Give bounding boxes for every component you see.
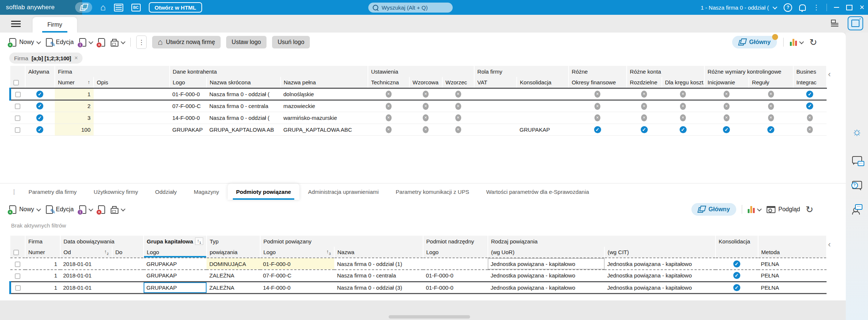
column-header[interactable]: VAT (474, 77, 517, 88)
table-cell[interactable] (112, 258, 144, 270)
table-cell[interactable]: GRUPAKAP (517, 124, 569, 135)
table-cell[interactable] (423, 258, 488, 270)
table-cell[interactable] (517, 88, 569, 100)
print-button[interactable] (111, 205, 125, 214)
column-header[interactable]: Rozdzielne (627, 77, 662, 88)
column-header[interactable]: Integrac (793, 77, 827, 88)
table-cell[interactable]: × (409, 112, 442, 124)
row-checkbox-cell[interactable] (10, 124, 25, 135)
table-cell[interactable]: ✓ (793, 100, 827, 112)
column-header[interactable]: Nazwa skrócona (207, 77, 281, 88)
table-cell[interactable]: GRUPA_KAPTALOWA ABC (281, 124, 368, 135)
column-header[interactable]: (wg UoR) (488, 247, 604, 258)
column-group-header[interactable]: Ustawienia (368, 66, 474, 77)
table-cell[interactable]: Jednostka powiązana - kapitałowo (488, 282, 604, 293)
checkbox[interactable] (13, 80, 19, 85)
table-cell[interactable]: 01-F-000-0 (423, 282, 488, 293)
chevron-down-icon[interactable] (36, 206, 41, 211)
column-group-header[interactable] (758, 236, 827, 247)
column-header[interactable]: Logo (170, 77, 207, 88)
table-cell[interactable]: ✓ (715, 282, 758, 293)
row-checkbox-cell[interactable] (10, 258, 25, 270)
table-row[interactable]: 12018-01-01GRUPAKAPDOMINUJĄCA01-F-000-0N… (10, 258, 827, 270)
table-cell[interactable]: Nasza firma 0 - oddział ( (207, 112, 281, 124)
column-header[interactable]: Numer↑ (55, 77, 94, 88)
chevron-down-icon[interactable] (88, 39, 93, 44)
row-checkbox-cell[interactable] (10, 100, 25, 112)
column-header[interactable]: Opis (94, 77, 170, 88)
more-actions-button[interactable]: ⋮ (136, 36, 147, 49)
column-header[interactable]: Nazwa (334, 247, 423, 258)
company-selector[interactable]: 1 - Nasza firma 0 - oddział ( (701, 4, 777, 11)
table-cell[interactable]: 14-F-000-0 (170, 112, 207, 124)
remove-logo-button[interactable]: Usuń logo (272, 36, 310, 48)
chevron-down-icon[interactable] (757, 206, 762, 211)
set-logo-button[interactable]: Ustaw logo (226, 36, 267, 48)
column-header[interactable]: Reguły (749, 77, 793, 88)
table-cell[interactable] (112, 282, 144, 293)
table-cell[interactable]: mazowieckie (281, 100, 368, 112)
refresh-icon[interactable]: ↻ (806, 205, 814, 214)
table-cell[interactable] (474, 112, 517, 124)
table-cell[interactable] (94, 88, 170, 100)
feedback-button[interactable] (851, 154, 863, 166)
table-cell[interactable]: 01-F-000-0 (170, 88, 207, 100)
help-icon[interactable]: ? (784, 3, 792, 12)
ideas-button[interactable]: ☼ (851, 126, 863, 138)
help-chat-button[interactable] (851, 179, 863, 191)
scroll-left-icon[interactable]: ‹ (828, 240, 831, 249)
column-header[interactable]: Nazwa pełna (281, 77, 368, 88)
table-row[interactable]: 12018-01-01GRUPAKAPZALEŻNA14-F-000-0Nasz… (10, 282, 827, 293)
detail-tab[interactable]: Podmioty powiązane (228, 183, 299, 200)
more-menu-icon[interactable]: ⋮ (813, 4, 820, 11)
table-cell[interactable]: × (569, 112, 627, 124)
table-row[interactable]: ✓314-F-000-0Nasza firma 0 - oddział (war… (10, 112, 827, 124)
row-checkbox-cell[interactable] (10, 270, 25, 282)
table-cell[interactable] (112, 270, 144, 282)
chart-view-button[interactable] (790, 38, 803, 46)
table-cell[interactable]: × (627, 88, 662, 100)
column-group-header[interactable]: Firma (25, 236, 60, 247)
table-cell[interactable]: ✓ (793, 88, 827, 100)
detail-tab[interactable]: Administracja uprawnieniami (299, 183, 387, 200)
scroll-left-icon[interactable]: ‹ (828, 70, 831, 79)
table-cell[interactable] (94, 124, 170, 135)
table-cell[interactable]: ✓ (25, 112, 55, 124)
row-checkbox-cell[interactable] (10, 112, 25, 124)
table-cell[interactable]: × (368, 112, 409, 124)
table-cell[interactable]: GRUPAKAP (144, 258, 207, 270)
column-group-header[interactable]: Podmiot nadrzędny (423, 236, 488, 247)
column-group-header[interactable]: Rodzaj powiązania (488, 236, 715, 247)
table-cell[interactable]: × (442, 124, 474, 135)
open-in-html-button[interactable]: Otwórz w HTML (149, 2, 202, 13)
table-cell[interactable]: GRUPAKAP (144, 270, 207, 282)
column-header[interactable]: Do (112, 247, 144, 258)
document-delete-button[interactable]: × (98, 205, 105, 214)
news-icon[interactable] (114, 4, 123, 11)
select-all-header[interactable] (10, 247, 25, 258)
table-cell[interactable]: × (409, 124, 442, 135)
column-header[interactable]: Numer (25, 247, 60, 258)
detail-tab[interactable]: Wartości parametrów dla e-Sprawozdania (477, 183, 597, 200)
table-cell[interactable] (474, 124, 517, 135)
table-cell[interactable]: 2018-01-01 (60, 258, 112, 270)
table-cell[interactable]: 2018-01-01 (60, 282, 112, 293)
chevron-down-icon[interactable] (121, 39, 125, 44)
column-header[interactable]: Od↑2 (60, 247, 112, 258)
checkbox[interactable] (15, 262, 20, 267)
column-header[interactable]: Logo (144, 247, 207, 258)
filter-chip[interactable]: Firma[a;b] [1;2;3;100] × (9, 53, 83, 64)
tabs-more-icon[interactable]: ⋮ (8, 183, 20, 200)
table-cell[interactable]: × (704, 112, 749, 124)
column-group-header[interactable]: Firma (55, 66, 170, 77)
column-header[interactable]: Inicjowanie (704, 77, 749, 88)
share-button[interactable] (848, 16, 863, 30)
detail-tab[interactable]: Magazyny (185, 183, 227, 200)
table-cell[interactable]: ✓ (25, 100, 55, 112)
column-header[interactable]: Metoda (758, 247, 827, 258)
select-all-header[interactable] (10, 77, 25, 88)
table-cell[interactable]: × (749, 88, 793, 100)
table-cell[interactable]: × (442, 88, 474, 100)
close-button[interactable]: × (859, 3, 864, 11)
table-cell[interactable] (94, 112, 170, 124)
